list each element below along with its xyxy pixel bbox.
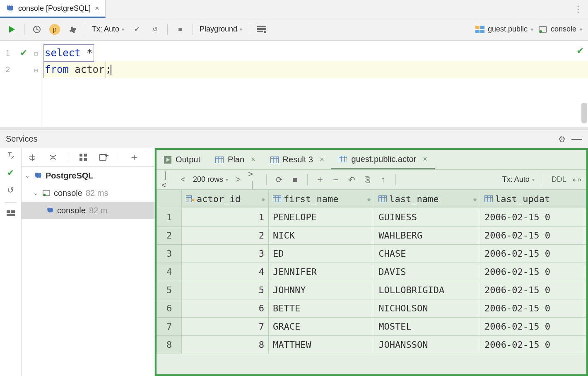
row-number[interactable]: 6: [157, 299, 182, 318]
console-selector[interactable]: console ▾: [538, 25, 582, 34]
row-number[interactable]: 5: [157, 281, 182, 299]
tx-mode-dropdown[interactable]: Tx: Auto▾: [502, 175, 535, 184]
add-row-icon[interactable]: +: [314, 174, 326, 186]
schema-selector[interactable]: guest.public ▾: [475, 25, 533, 34]
stop-icon[interactable]: ■: [289, 174, 301, 186]
cell-first-name[interactable]: NICK: [269, 227, 374, 245]
revert-icon[interactable]: ↶: [346, 174, 357, 186]
row-number-header[interactable]: [157, 190, 182, 208]
row-number[interactable]: 7: [157, 318, 182, 336]
table-row[interactable]: 88MATTHEWJOHANSSON2006-02-15 0: [157, 336, 586, 354]
view-mode-icon[interactable]: [256, 24, 267, 35]
inspection-ok-icon[interactable]: ✔: [576, 46, 584, 56]
close-icon[interactable]: ×: [320, 155, 324, 164]
row-count-dropdown[interactable]: 200 rows▾: [193, 175, 228, 184]
clone-row-icon[interactable]: ⎘: [361, 174, 373, 186]
tx-mode-dropdown[interactable]: Tx: Auto▾: [92, 25, 124, 34]
cell-last-update[interactable]: 2006-02-15 0: [480, 336, 586, 354]
cell-actor-id[interactable]: 1: [182, 208, 269, 227]
row-number[interactable]: 2: [157, 227, 182, 245]
revert-icon[interactable]: ↺: [7, 185, 14, 195]
prev-page-icon[interactable]: <: [177, 174, 189, 186]
data-grid[interactable]: actor_id ◆ first_name ◆ last_name ◆ la: [157, 190, 586, 374]
refresh-icon[interactable]: ⟳: [273, 174, 285, 186]
apply-icon[interactable]: ✔: [7, 168, 14, 178]
cell-last-name[interactable]: NICHOLSON: [374, 299, 480, 318]
cell-last-update[interactable]: 2006-02-15 0: [480, 263, 586, 281]
tab-output[interactable]: Output: [157, 150, 208, 169]
editor-tab-console[interactable]: console [PostgreSQL] ×: [0, 0, 106, 18]
cell-first-name[interactable]: ED: [269, 245, 374, 263]
cell-last-update[interactable]: 2006-02-15 0: [480, 245, 586, 263]
cell-last-update[interactable]: 2006-02-15 0: [480, 299, 586, 318]
cell-actor-id[interactable]: 4: [182, 263, 269, 281]
table-row[interactable]: 77GRACEMOSTEL2006-02-15 0: [157, 318, 586, 336]
cell-last-name[interactable]: GUINESS: [374, 208, 480, 227]
cell-first-name[interactable]: MATTHEW: [269, 336, 374, 354]
sort-icon[interactable]: ◆: [473, 196, 477, 202]
cell-last-update[interactable]: 2006-02-15 0: [480, 208, 586, 227]
services-tree[interactable]: ⌄ PostgreSQL ⌄ console 82 ms console 82 …: [22, 167, 154, 376]
minimize-icon[interactable]: —: [571, 133, 582, 145]
tab-actor-table[interactable]: guest.public.actor ×: [331, 150, 434, 169]
tab-result[interactable]: Result 3 ×: [263, 150, 332, 169]
first-page-icon[interactable]: ｜<: [161, 174, 173, 186]
row-number[interactable]: 1: [157, 208, 182, 227]
table-row[interactable]: 44JENNIFERDAVIS2006-02-15 0: [157, 263, 586, 281]
remove-row-icon[interactable]: −: [330, 174, 342, 186]
submit-icon[interactable]: ↑: [377, 174, 389, 186]
more-icon[interactable]: ⋮: [568, 4, 588, 14]
cell-actor-id[interactable]: 6: [182, 299, 269, 318]
cell-last-update[interactable]: 2006-02-15 0: [480, 281, 586, 299]
table-row[interactable]: 55JOHNNYLOLLOBRIGIDA2006-02-15 0: [157, 281, 586, 299]
cell-actor-id[interactable]: 7: [182, 318, 269, 336]
last-page-icon[interactable]: >｜: [248, 174, 260, 186]
table-row[interactable]: 11PENELOPEGUINESS2006-02-15 0: [157, 208, 586, 227]
gear-icon[interactable]: ⚙: [558, 134, 566, 144]
cell-actor-id[interactable]: 8: [182, 336, 269, 354]
rollback-icon[interactable]: ↺: [149, 24, 161, 35]
playground-dropdown[interactable]: Playground▾: [200, 25, 242, 34]
grid-view-icon[interactable]: [77, 152, 89, 163]
cell-first-name[interactable]: JENNIFER: [269, 263, 374, 281]
layout-icon[interactable]: [7, 210, 15, 216]
column-last-name[interactable]: last_name ◆: [374, 190, 480, 208]
row-number[interactable]: 3: [157, 245, 182, 263]
next-page-icon[interactable]: >: [232, 174, 244, 186]
sort-icon[interactable]: ◆: [367, 196, 371, 202]
cell-last-name[interactable]: DAVIS: [374, 263, 480, 281]
cell-actor-id[interactable]: 2: [182, 227, 269, 245]
cell-last-name[interactable]: MOSTEL: [374, 318, 480, 336]
tree-console-session[interactable]: ⌄ console 82 ms: [22, 184, 154, 202]
stop-icon[interactable]: ■: [174, 24, 186, 35]
row-number[interactable]: 4: [157, 263, 182, 281]
cell-first-name[interactable]: BETTE: [269, 299, 374, 318]
tab-plan[interactable]: Plan ×: [208, 150, 263, 169]
table-row[interactable]: 22NICKWAHLBERG2006-02-15 0: [157, 227, 586, 245]
cell-last-name[interactable]: JOHANSSON: [374, 336, 480, 354]
tree-query-leaf[interactable]: console 82 m: [22, 202, 154, 219]
cell-first-name[interactable]: PENELOPE: [269, 208, 374, 227]
filter-icon[interactable]: Tx: [7, 152, 14, 160]
sql-editor[interactable]: 1✔ 2 select * from actor; ✔: [0, 41, 588, 128]
history-icon[interactable]: [31, 24, 43, 35]
cell-last-name[interactable]: WAHLBERG: [374, 227, 480, 245]
close-icon[interactable]: ×: [251, 155, 255, 164]
cell-last-update[interactable]: 2006-02-15 0: [480, 318, 586, 336]
scrollbar[interactable]: [581, 103, 587, 123]
cell-actor-id[interactable]: 3: [182, 245, 269, 263]
ddl-button[interactable]: DDL: [552, 175, 566, 184]
new-tab-icon[interactable]: [98, 152, 110, 163]
column-last-update[interactable]: last_updat: [480, 190, 586, 208]
tree-root-postgres[interactable]: ⌄ PostgreSQL: [22, 167, 154, 184]
more-icon[interactable]: » »: [572, 176, 581, 183]
column-actor-id[interactable]: actor_id ◆: [182, 190, 269, 208]
table-row[interactable]: 66BETTENICHOLSON2006-02-15 0: [157, 299, 586, 318]
cell-last-name[interactable]: CHASE: [374, 245, 480, 263]
cell-actor-id[interactable]: 5: [182, 281, 269, 299]
profile-badge[interactable]: p: [49, 24, 60, 35]
cell-last-update[interactable]: 2006-02-15 0: [480, 227, 586, 245]
settings-icon[interactable]: [67, 24, 78, 35]
commit-icon[interactable]: ✔: [131, 24, 142, 35]
cell-last-name[interactable]: LOLLOBRIGIDA: [374, 281, 480, 299]
